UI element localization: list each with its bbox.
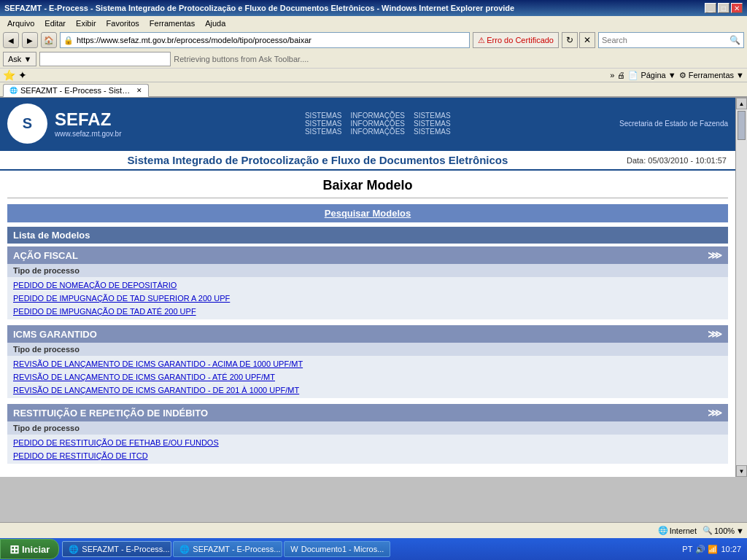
pesquisar-modelos-link[interactable]: Pesquisar Modelos — [325, 208, 411, 219]
category-items-acao-fiscal: PEDIDO DE NOMEAÇÃO DE DEPOSITÁRIO PEDIDO… — [7, 277, 728, 319]
sefaz-nav-row-3: SISTEMAS INFORMAÇÕES SISTEMAS — [136, 128, 620, 136]
category-subheader-acao-fiscal: Tipo de processo — [7, 264, 728, 277]
back-button[interactable]: ◀ — [3, 32, 19, 48]
ask-search-input[interactable] — [39, 52, 171, 66]
nav-informacoes-2[interactable]: INFORMAÇÕES — [351, 120, 405, 128]
tab-favicon: 🌐 — [9, 87, 18, 94]
taskbar-task-1[interactable]: 🌐 SEFAZMT - E-Process... — [62, 541, 171, 557]
category-header-restituicao: RESTITUIÇÃO E REPETIÇÃO DE INDÉBITO ⋙ — [7, 404, 728, 421]
refresh-button[interactable]: ↻ — [562, 32, 578, 48]
nav-informacoes-1[interactable]: INFORMAÇÕES — [351, 112, 405, 120]
item-link-icms-201[interactable]: REVISÃO DE LANÇAMENTO DE ICMS GARANTIDO … — [13, 386, 299, 394]
main-scroll-area[interactable]: S SEFAZ www.sefaz.mt.gov.br SISTEMAS INF… — [0, 98, 735, 477]
page-button[interactable]: 📄 Página ▼ — [628, 71, 676, 80]
maximize-button[interactable]: □ — [718, 3, 729, 13]
menu-view[interactable]: Exibir — [71, 18, 101, 29]
stop-button[interactable]: ✕ — [579, 32, 595, 48]
menu-tools[interactable]: Ferramentas — [145, 18, 199, 29]
search-box: 🔍 — [598, 32, 744, 48]
ask-button[interactable]: Ask ▼ — [3, 52, 36, 66]
menu-edit[interactable]: Editar — [40, 18, 70, 29]
cert-error-button[interactable]: ⚠ Erro do Certificado — [473, 32, 559, 48]
item-link-itcd[interactable]: PEDIDO DE RESTITUIÇÃO DE ITCD — [13, 451, 148, 460]
tab-title: SEFAZMT - E-Process - Sistema Integrado … — [20, 86, 133, 95]
nav-informacoes-3[interactable]: INFORMAÇÕES — [351, 128, 405, 136]
task-icon-1: 🌐 — [69, 545, 79, 554]
scroll-down-button[interactable]: ▼ — [736, 465, 747, 477]
nav-sistemas-3[interactable]: SISTEMAS — [305, 120, 342, 128]
nav-toolbar: ⭐ ✦ » 🖨 📄 Página ▼ ⚙ Ferramentas ▼ — [0, 69, 747, 82]
more-tools-icon[interactable]: » — [610, 71, 614, 79]
item-link-fethab[interactable]: PEDIDO DE RESTITUIÇÃO DE FETHAB E/OU FUN… — [13, 438, 219, 447]
system-title-bar: Sistema Integrado de Protocolização e Fl… — [0, 151, 735, 171]
status-right: 🌐 Internet 🔍 100% ▼ — [658, 526, 744, 535]
sefaz-nav-row-1: SISTEMAS INFORMAÇÕES SISTEMAS — [136, 112, 620, 120]
task-label-3: Documento1 - Micros... — [301, 545, 384, 553]
zoom-dropdown-icon[interactable]: ▼ — [736, 526, 744, 535]
lock-icon: 🔒 — [63, 36, 74, 45]
category-subheader-restituicao: Tipo de processo — [7, 421, 728, 435]
category-icms: ICMS GARANTIDO ⋙ Tipo de processo REVISÃ… — [7, 325, 728, 398]
start-button[interactable]: ⊞ Iniciar — [0, 539, 59, 559]
search-icon[interactable]: 🔍 — [729, 35, 740, 45]
nav-sistemas-2[interactable]: SISTEMAS — [414, 112, 451, 120]
list-item: REVISÃO DE LANÇAMENTO DE ICMS GARANTIDO … — [13, 357, 722, 370]
category-title-restituicao: RESTITUIÇÃO E REPETIÇÃO DE INDÉBITO — [13, 408, 208, 419]
nav-sistemas-5[interactable]: SISTEMAS — [305, 128, 342, 136]
scrollbar[interactable]: ▲ ▼ — [735, 98, 747, 477]
start-label: Iniciar — [22, 544, 50, 555]
add-favorites-icon[interactable]: ✦ — [18, 69, 27, 81]
item-link-icms-200[interactable]: REVISÃO DE LANÇAMENTO DE ICMS GARANTIDO … — [13, 373, 275, 381]
close-button[interactable]: ✕ — [731, 3, 743, 13]
menu-file[interactable]: Arquivo — [3, 18, 39, 29]
nav-sistemas-1[interactable]: SISTEMAS — [305, 112, 342, 120]
zone-label: Internet — [670, 526, 697, 535]
status-bar: 🌐 Internet 🔍 100% ▼ — [0, 522, 747, 538]
category-items-restituicao: PEDIDO DE RESTITUIÇÃO DE FETHAB E/OU FUN… — [7, 435, 728, 464]
item-link-tad-superior[interactable]: PEDIDO DE IMPUGNAÇÃO DE TAD SUPERIOR A 2… — [13, 294, 230, 303]
category-restituicao: RESTITUIÇÃO E REPETIÇÃO DE INDÉBITO ⋙ Ti… — [7, 404, 728, 464]
list-item: PEDIDO DE RESTITUIÇÃO DE ITCD — [13, 449, 722, 462]
tab-close-button[interactable]: ✕ — [136, 87, 142, 94]
item-link-tad-ate[interactable]: PEDIDO DE IMPUGNAÇÃO DE TAD ATÉ 200 UPF — [13, 307, 196, 316]
sefaz-header: S SEFAZ www.sefaz.mt.gov.br SISTEMAS INF… — [0, 98, 735, 149]
menu-help[interactable]: Ajuda — [201, 18, 230, 29]
scroll-up-button[interactable]: ▲ — [736, 98, 747, 109]
tools-button[interactable]: ⚙ Ferramentas ▼ — [679, 71, 744, 80]
item-link-icms-1000[interactable]: REVISÃO DE LANÇAMENTO DE ICMS GARANTIDO … — [13, 359, 303, 368]
window-controls: _ □ ✕ — [705, 3, 743, 13]
baixar-title: Baixar Modelo — [322, 178, 412, 192]
home-button[interactable]: 🏠 — [41, 32, 57, 48]
search-input[interactable] — [602, 36, 729, 44]
sefaz-url: www.sefaz.mt.gov.br — [55, 130, 122, 138]
category-title-acao-fiscal: AÇÃO FISCAL — [13, 250, 78, 261]
address-input[interactable] — [77, 36, 466, 44]
scroll-track-empty[interactable] — [736, 141, 747, 465]
nav-sistemas-4[interactable]: SISTEMAS — [414, 120, 451, 128]
taskbar-task-2[interactable]: 🌐 SEFAZMT - E-Process... — [173, 541, 282, 557]
minimize-button[interactable]: _ — [705, 3, 716, 13]
sefaz-logo-icon: S — [7, 104, 47, 144]
item-link-depositar[interactable]: PEDIDO DE NOMEAÇÃO DE DEPOSITÁRIO — [13, 281, 177, 289]
list-item: PEDIDO DE RESTITUIÇÃO DE FETHAB E/OU FUN… — [13, 436, 722, 449]
collapse-icms-icon[interactable]: ⋙ — [708, 328, 722, 340]
ask-toolbar: Ask ▼ Retrieving buttons from Ask Toolba… — [0, 50, 747, 69]
forward-button[interactable]: ▶ — [22, 32, 38, 48]
nav-sistemas-6[interactable]: SISTEMAS — [414, 128, 451, 136]
clock: 10:27 — [721, 545, 741, 553]
menu-favorites[interactable]: Favoritos — [102, 18, 144, 29]
collapse-acao-fiscal-icon[interactable]: ⋙ — [708, 249, 722, 261]
menu-bar: Arquivo Editar Exibir Favoritos Ferramen… — [0, 16, 747, 31]
collapse-restituicao-icon[interactable]: ⋙ — [708, 407, 722, 419]
scroll-thumb[interactable] — [738, 111, 746, 140]
active-tab[interactable]: 🌐 SEFAZMT - E-Process - Sistema Integrad… — [3, 84, 149, 97]
date-value: 05/03/2010 - 10:01:57 — [648, 156, 727, 165]
taskbar-task-3[interactable]: W Documento1 - Micros... — [284, 541, 390, 557]
category-title-icms: ICMS GARANTIDO — [13, 329, 97, 340]
print-icon[interactable]: 🖨 — [617, 71, 625, 79]
lista-header: Lista de Modelos — [7, 227, 728, 244]
address-box: 🔒 — [60, 32, 470, 48]
favorites-star-icon[interactable]: ⭐ — [3, 69, 15, 81]
page-content: S SEFAZ www.sefaz.mt.gov.br SISTEMAS INF… — [0, 98, 735, 477]
sefaz-nav-area: SISTEMAS INFORMAÇÕES SISTEMAS SISTEMAS I… — [122, 112, 620, 136]
